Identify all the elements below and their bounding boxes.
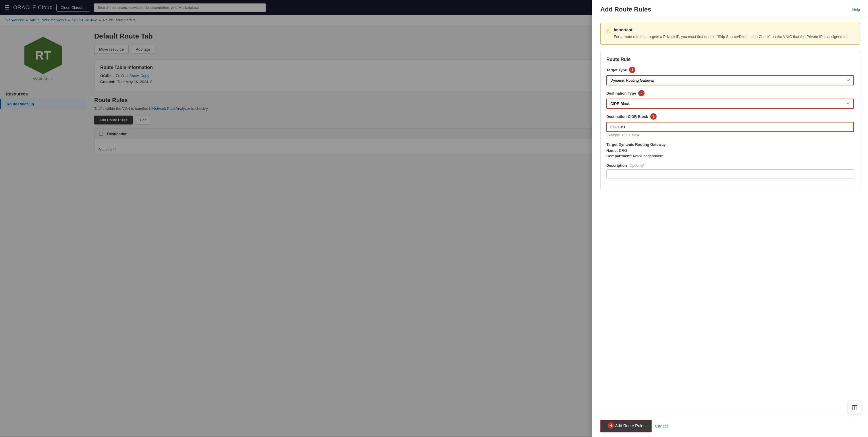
target-type-select[interactable]: Dynamic Routing Gateway Internet Gateway…: [606, 75, 854, 85]
step-badge-1: 1: [629, 67, 636, 73]
description-label: Description Optional: [606, 163, 854, 168]
modal-add-route-rules-button[interactable]: 4 Add Route Rules: [600, 420, 652, 432]
target-drg-group: Target Dynamic Routing Gateway Name: DRG…: [606, 142, 854, 158]
important-content: Important: For a route rule that targets…: [614, 28, 847, 40]
drg-compartment-label: Compartment:: [606, 154, 632, 158]
destination-cidr-hint: Example: 10.0.0.0/24: [606, 133, 854, 137]
help-widget[interactable]: ◫: [848, 401, 861, 414]
destination-type-group: Destination Type 2 CIDR Block Service: [606, 91, 854, 109]
important-text: For a route rule that targets a Private …: [614, 34, 847, 40]
destination-cidr-group: Destination CIDR Block 3 Example: 10.0.0…: [606, 114, 854, 137]
destination-type-label: Destination Type 2: [606, 91, 854, 97]
important-title: Important:: [614, 28, 847, 32]
cancel-button[interactable]: Cancel: [655, 424, 668, 428]
target-type-label: Target Type 1: [606, 67, 854, 74]
modal-title: Add Route Rules: [600, 6, 651, 13]
destination-type-select[interactable]: CIDR Block Service: [606, 98, 854, 109]
modal-help-link[interactable]: Help: [852, 7, 860, 12]
target-type-group: Target Type 1 Dynamic Routing Gateway In…: [606, 67, 854, 85]
drg-compartment-value: IwanHoogendoorn: [633, 154, 663, 158]
destination-cidr-input[interactable]: [606, 122, 854, 132]
modal-footer: 4 Add Route Rules Cancel: [592, 415, 868, 437]
help-widget-icon: ◫: [851, 404, 858, 411]
modal-body: ⚠ Important: For a route rule that targe…: [592, 17, 868, 415]
step-badge-4: 4: [608, 423, 614, 429]
important-banner: ⚠ Important: For a route rule that targe…: [600, 23, 860, 45]
modal-header: Add Route Rules Help: [592, 0, 868, 17]
drg-name-row: Name: DRG: [606, 148, 854, 153]
step-badge-2: 2: [638, 90, 645, 96]
drg-info: Name: DRG Compartment: IwanHoogendoorn: [606, 148, 854, 158]
drg-compartment-row: Compartment: IwanHoogendoorn: [606, 154, 854, 158]
modal-overlay: Add Route Rules Help ⚠ Important: For a …: [0, 0, 868, 437]
drg-name-value: DRG: [619, 148, 627, 153]
drg-name-label: Name:: [606, 148, 618, 153]
modal-panel: Add Route Rules Help ⚠ Important: For a …: [592, 0, 868, 437]
description-input[interactable]: [606, 169, 854, 179]
route-rule-card-title: Route Rule: [606, 57, 854, 62]
destination-cidr-label: Destination CIDR Block 3: [606, 114, 854, 120]
description-group: Description Optional: [606, 163, 854, 179]
route-rule-card: Route Rule Target Type 1 Dynamic Routing…: [600, 51, 860, 190]
target-drg-label: Target Dynamic Routing Gateway: [606, 142, 854, 147]
warning-icon: ⚠: [605, 28, 610, 40]
step-badge-3: 3: [650, 113, 657, 120]
